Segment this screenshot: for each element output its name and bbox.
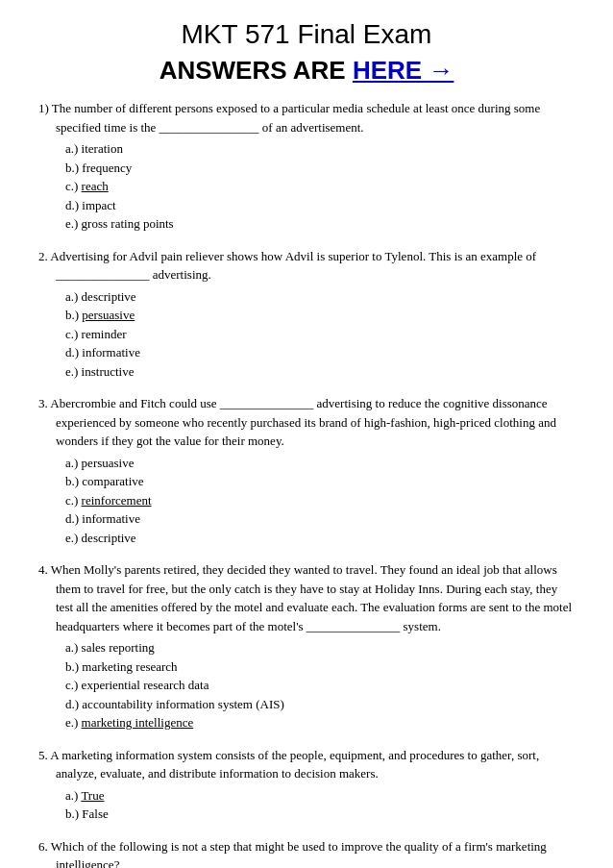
option-text: False	[82, 806, 108, 821]
option-label: a.)	[65, 788, 81, 803]
question-2-option-4: d.) informative	[65, 343, 575, 362]
question-4-text: 4. When Molly's parents retired, they de…	[38, 560, 575, 635]
question-1: 1) The number of different persons expos…	[38, 99, 575, 234]
option-text: experiential research data	[82, 678, 209, 692]
option-text: gross rating points	[82, 216, 174, 231]
question-5: 5. A marketing information system consis…	[38, 746, 575, 824]
question-2-option-1: a.) descriptive	[65, 287, 575, 307]
option-label: e.)	[65, 715, 82, 730]
question-5-text: 5. A marketing information system consis…	[38, 746, 575, 783]
option-text: instructive	[82, 364, 135, 379]
question-2-option-2: b.) persuasive	[65, 306, 575, 325]
option-label: a.)	[65, 456, 82, 470]
question-3-option-1: a.) persuasive	[65, 454, 575, 473]
option-label: c.)	[65, 327, 82, 341]
option-text: descriptive	[82, 289, 136, 304]
option-label: d.)	[65, 198, 82, 212]
option-label: a.)	[65, 640, 82, 655]
question-1-option-3: c.) reach	[65, 177, 575, 196]
question-4-option-3: c.) experiential research data	[65, 676, 575, 695]
question-1-option-2: b.) frequency	[65, 159, 575, 178]
question-1-options: a.) iterationb.) frequencyc.) reachd.) i…	[38, 139, 575, 234]
option-text: impact	[82, 198, 115, 212]
question-4-option-4: d.) accountability information system (A…	[65, 695, 575, 714]
question-3-text: 3. Abercrombie and Fitch could use _____…	[38, 394, 575, 451]
option-label: e.)	[65, 531, 82, 545]
question-3-options: a.) persuasiveb.) comparativec.) reinfor…	[38, 454, 575, 548]
option-label: d.)	[65, 697, 82, 711]
question-3-option-3: c.) reinforcement	[65, 491, 575, 510]
question-2-option-5: e.) instructive	[65, 362, 575, 382]
question-1-option-1: a.) iteration	[65, 139, 575, 159]
question-3: 3. Abercrombie and Fitch could use _____…	[38, 394, 575, 547]
question-2-option-3: c.) reminder	[65, 325, 575, 344]
option-text: persuasive	[82, 308, 135, 322]
option-text: marketing intelligence	[82, 715, 194, 730]
option-text: informative	[82, 511, 140, 526]
question-6: 6. Which of the following is not a step …	[38, 837, 575, 869]
option-text: informative	[82, 345, 140, 360]
option-label: d.)	[65, 345, 82, 360]
option-label: d.)	[65, 511, 82, 526]
option-label: e.)	[65, 364, 82, 379]
option-text: True	[81, 788, 104, 803]
option-label: a.)	[65, 141, 82, 156]
option-text: frequency	[82, 161, 132, 175]
question-5-option-1: a.) True	[65, 786, 575, 806]
option-label: c.)	[65, 179, 82, 193]
option-label: c.)	[65, 493, 82, 508]
question-2-text: 2. Advertising for Advil pain reliever s…	[38, 247, 575, 285]
answers-plain: ANSWERS ARE	[159, 56, 353, 85]
option-text: reminder	[82, 327, 127, 341]
question-2: 2. Advertising for Advil pain reliever s…	[38, 247, 575, 382]
option-text: iteration	[82, 141, 123, 156]
question-4-option-1: a.) sales reporting	[65, 638, 575, 657]
option-label: b.)	[65, 659, 82, 674]
question-4-option-5: e.) marketing intelligence	[65, 713, 575, 732]
option-text: accountability information system (AIS)	[82, 697, 283, 711]
question-5-options: a.) Trueb.) False	[38, 786, 575, 824]
question-2-options: a.) descriptiveb.) persuasivec.) reminde…	[38, 287, 575, 382]
question-4-option-2: b.) marketing research	[65, 657, 575, 677]
question-3-option-5: e.) descriptive	[65, 529, 575, 548]
question-3-option-4: d.) informative	[65, 509, 575, 529]
option-label: b.)	[65, 474, 82, 488]
option-text: marketing research	[82, 659, 177, 674]
option-text: descriptive	[82, 531, 136, 545]
option-label: b.)	[65, 806, 82, 821]
option-label: c.)	[65, 678, 82, 692]
question-6-text: 6. Which of the following is not a step …	[38, 837, 575, 869]
option-label: e.)	[65, 216, 82, 231]
option-label: b.)	[65, 308, 82, 322]
option-text: reinforcement	[82, 493, 152, 508]
option-label: b.)	[65, 161, 82, 175]
page-title: MKT 571 Final Exam	[38, 19, 575, 50]
answers-line: ANSWERS ARE HERE →	[38, 56, 575, 86]
question-4: 4. When Molly's parents retired, they de…	[38, 560, 575, 732]
option-text: sales reporting	[82, 640, 155, 655]
option-label: a.)	[65, 289, 82, 304]
option-text: comparative	[82, 474, 143, 488]
answers-link[interactable]: HERE →	[353, 56, 454, 85]
question-1-option-5: e.) gross rating points	[65, 214, 575, 234]
option-text: reach	[82, 179, 109, 193]
questions-container: 1) The number of different persons expos…	[38, 99, 575, 868]
option-text: persuasive	[82, 456, 135, 470]
question-5-option-2: b.) False	[65, 805, 575, 824]
question-1-option-4: d.) impact	[65, 196, 575, 215]
question-3-option-2: b.) comparative	[65, 472, 575, 491]
question-4-options: a.) sales reportingb.) marketing researc…	[38, 638, 575, 732]
question-1-text: 1) The number of different persons expos…	[38, 99, 575, 136]
